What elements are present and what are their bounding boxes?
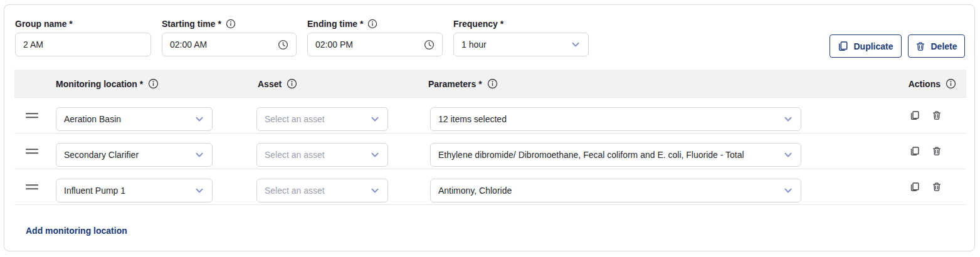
clock-icon[interactable]: [278, 39, 288, 50]
delete-row-button[interactable]: [932, 182, 942, 192]
duplicate-icon: [838, 41, 848, 51]
add-monitoring-location-link[interactable]: Add monitoring location: [26, 226, 127, 236]
info-icon[interactable]: [367, 19, 377, 29]
group-name-control: [15, 33, 151, 56]
chevron-down-icon: [370, 114, 380, 124]
ending-time-input[interactable]: [315, 39, 419, 50]
asset-select[interactable]: Select an asset: [256, 179, 388, 202]
info-icon[interactable]: [487, 78, 498, 89]
ending-time-label: Ending time *: [307, 18, 443, 29]
info-icon[interactable]: [148, 78, 159, 89]
copy-row-button[interactable]: [910, 182, 920, 192]
asset-select[interactable]: Select an asset: [256, 143, 388, 167]
monitoring-location-select[interactable]: Influent Pump 1: [56, 179, 213, 202]
group-name-input[interactable]: [23, 39, 143, 50]
header-monitoring-location: Monitoring location *: [56, 70, 159, 98]
table-row: Influent Pump 1 Select an asset Antimony…: [14, 169, 966, 205]
drag-handle-icon[interactable]: [26, 113, 38, 118]
starting-time-label: Starting time *: [162, 18, 297, 29]
drag-handle-icon[interactable]: [26, 184, 38, 190]
table-row: Aeration Basin Select an asset 12 items …: [14, 98, 966, 134]
chevron-down-icon: [783, 114, 793, 124]
header-parameters: Parameters *: [428, 70, 498, 98]
duplicate-button[interactable]: Duplicate: [830, 34, 902, 58]
table-row: Secondary Clarifier Select an asset Ethy…: [14, 134, 966, 169]
copy-row-button[interactable]: [910, 110, 920, 120]
header-actions: Actions: [909, 70, 956, 98]
chevron-down-icon: [370, 150, 380, 160]
copy-row-button[interactable]: [910, 146, 920, 156]
frequency-field: Frequency * 1 hour: [453, 18, 589, 56]
chevron-down-icon: [194, 186, 204, 196]
parameters-select[interactable]: Antimony, Chloride: [430, 179, 801, 202]
monitoring-location-select[interactable]: Secondary Clarifier: [56, 143, 213, 167]
schedule-group-card: Group name * Starting time * Ending time…: [4, 4, 975, 251]
monitoring-locations-table: Monitoring location * Asset Parameters *…: [14, 70, 966, 205]
chevron-down-icon: [783, 150, 793, 160]
starting-time-control: [162, 33, 297, 56]
delete-button[interactable]: Delete: [908, 34, 965, 58]
ending-time-control: [307, 33, 443, 56]
drag-handle-icon[interactable]: [26, 149, 38, 154]
group-name-field: Group name *: [15, 18, 151, 56]
header-asset: Asset: [258, 70, 297, 98]
frequency-select[interactable]: 1 hour: [453, 33, 589, 56]
chevron-down-icon: [783, 186, 793, 196]
trash-icon: [915, 41, 925, 51]
frequency-label: Frequency *: [453, 18, 589, 29]
clock-icon[interactable]: [424, 39, 435, 50]
chevron-down-icon: [194, 114, 204, 124]
info-icon[interactable]: [287, 78, 297, 89]
starting-time-field: Starting time *: [162, 18, 297, 56]
chevron-down-icon: [370, 186, 380, 196]
frequency-value: 1 hour: [461, 39, 564, 50]
delete-row-button[interactable]: [932, 146, 942, 156]
info-icon[interactable]: [946, 78, 956, 89]
monitoring-location-select[interactable]: Aeration Basin: [56, 107, 213, 131]
group-name-label: Group name *: [15, 18, 151, 29]
ending-time-field: Ending time *: [307, 18, 443, 56]
parameters-select[interactable]: Ethylene dibromide/ Dibromoethane, Fecal…: [430, 143, 801, 167]
parameters-select[interactable]: 12 items selected: [430, 107, 801, 131]
chevron-down-icon: [194, 150, 204, 160]
asset-select[interactable]: Select an asset: [256, 107, 388, 131]
delete-row-button[interactable]: [932, 110, 942, 120]
info-icon[interactable]: [226, 19, 236, 29]
starting-time-input[interactable]: [170, 39, 273, 50]
chevron-down-icon: [571, 39, 581, 50]
table-header: Monitoring location * Asset Parameters *…: [14, 70, 966, 98]
